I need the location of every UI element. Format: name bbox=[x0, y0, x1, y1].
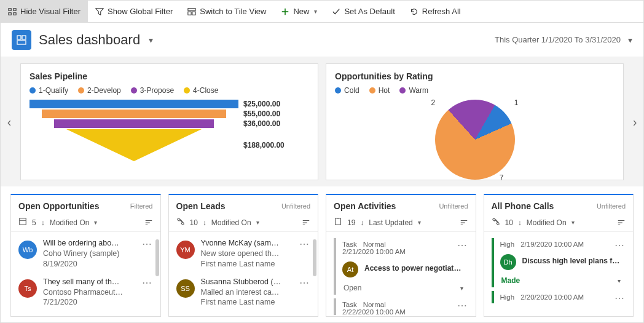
phone-icon[interactable] bbox=[492, 217, 500, 228]
hide-visual-filter-button[interactable]: Hide Visual Filter bbox=[1, 1, 88, 22]
record-count: 19 bbox=[347, 218, 355, 227]
opportunities-by-rating-panel[interactable]: Opportunities by Rating ColdHotWarm 1 7 … bbox=[326, 63, 624, 180]
view-options-icon[interactable] bbox=[302, 218, 310, 227]
funnel-stage[interactable]: $36,000.00 bbox=[29, 119, 309, 128]
all-phone-calls-card: All Phone Calls Unfiltered 10 ↓ Modified… bbox=[484, 194, 634, 317]
list-item[interactable]: Nancy Anderson (sa… bbox=[169, 311, 318, 315]
more-icon[interactable]: ⋯ bbox=[141, 238, 153, 250]
legend-label: 1-Qualify bbox=[39, 86, 68, 95]
prev-arrow[interactable]: ‹ bbox=[1, 115, 18, 129]
call-priority: High bbox=[500, 241, 515, 248]
more-icon[interactable]: ⋯ bbox=[141, 277, 153, 289]
set-as-default-button[interactable]: Set As Default bbox=[324, 1, 402, 22]
legend-item[interactable]: Hot bbox=[369, 86, 390, 95]
sales-pipeline-panel[interactable]: Sales Pipeline 1-Qualify2-Develop3-Propo… bbox=[20, 63, 318, 180]
stage-icon[interactable] bbox=[18, 217, 27, 228]
item-title: Yvonne McKay (sam… bbox=[201, 238, 293, 249]
funnel-stage[interactable]: $25,000.00 bbox=[29, 100, 309, 108]
legend-item[interactable]: 3-Propose bbox=[131, 86, 174, 95]
chevron-down-icon[interactable]: ▾ bbox=[618, 277, 621, 284]
sort-arrow-icon[interactable]: ↓ bbox=[41, 218, 45, 227]
item-subtitle: New store opened th… bbox=[201, 249, 293, 259]
card-body: ⋯ TaskNormal 2/21/2020 10:00 AM AtAccess… bbox=[326, 232, 476, 315]
legend-swatch bbox=[184, 87, 190, 94]
more-icon[interactable]: ⋯ bbox=[298, 238, 310, 250]
more-icon[interactable]: ⋯ bbox=[298, 277, 310, 289]
chevron-down-icon: ▾ bbox=[314, 8, 317, 15]
show-global-filter-button[interactable]: Show Global Filter bbox=[88, 1, 180, 22]
filter-state: Filtered bbox=[130, 202, 153, 210]
date-range-chevron-icon[interactable]: ▾ bbox=[628, 35, 632, 45]
legend-label: 3-Propose bbox=[140, 86, 174, 95]
legend: 1-Qualify2-Develop3-Propose4-Close bbox=[29, 86, 309, 95]
list-item[interactable]: WbWill be ordering abo…Coho Winery (samp… bbox=[11, 234, 160, 273]
phone-call-item[interactable]: ⋯ High2/20/2020 10:00 AM bbox=[492, 291, 626, 303]
item-date: 8/19/2020 bbox=[43, 259, 135, 269]
chevron-down-icon[interactable]: ▾ bbox=[460, 285, 463, 292]
more-icon[interactable]: ⋯ bbox=[457, 239, 467, 251]
legend-item[interactable]: Cold bbox=[335, 86, 359, 95]
item-date: 7/21/2020 bbox=[43, 297, 135, 308]
card-title: Open Activities bbox=[334, 201, 396, 211]
view-options-icon[interactable] bbox=[617, 218, 626, 227]
item-subtitle: Coho Winery (sample) bbox=[43, 249, 135, 259]
record-count: 5 bbox=[32, 218, 36, 227]
sort-arrow-icon[interactable]: ↓ bbox=[360, 218, 364, 227]
funnel-stage[interactable]: $55,000.00 bbox=[29, 110, 309, 118]
legend-label: 2-Develop bbox=[87, 86, 121, 95]
svg-marker-4 bbox=[96, 8, 103, 15]
list-item[interactable]: TsThey sell many of th…Contoso Pharmaceu… bbox=[11, 273, 160, 312]
sort-by-dropdown[interactable]: Last Updated ▾ bbox=[369, 218, 420, 227]
legend-item[interactable]: 2-Develop bbox=[78, 86, 121, 95]
switch-tile-view-button[interactable]: Switch to Tile View bbox=[180, 1, 273, 22]
list-item[interactable]: SSSusanna Stubberod (…Mailed an interest… bbox=[169, 273, 318, 312]
toolbar-label: Hide Visual Filter bbox=[20, 7, 80, 16]
legend: ColdHotWarm bbox=[335, 86, 615, 95]
record-count: 10 bbox=[505, 218, 513, 227]
clipboard-icon[interactable] bbox=[334, 217, 342, 228]
chevron-down-icon: ▾ bbox=[571, 219, 575, 226]
next-arrow[interactable]: › bbox=[626, 115, 643, 129]
activity-item[interactable]: ⋯ TaskNormal 2/22/2020 10:00 AM bbox=[334, 298, 468, 315]
activity-due: 2/21/2020 10:00 AM bbox=[342, 248, 465, 255]
sort-by-dropdown[interactable]: Modified On ▾ bbox=[50, 218, 98, 227]
scrollbar[interactable] bbox=[155, 239, 159, 276]
sort-arrow-icon[interactable]: ↓ bbox=[203, 218, 206, 227]
funnel-stage[interactable]: $188,000.00 bbox=[29, 129, 309, 161]
svg-rect-11 bbox=[22, 36, 26, 39]
phone-call-item[interactable]: ⋯ High2/19/2020 10:00 AM DhDiscuss high … bbox=[492, 238, 626, 287]
more-icon[interactable]: ⋯ bbox=[457, 300, 467, 311]
toolbar-label: New bbox=[293, 7, 309, 16]
list-item[interactable]: Very likely will order … bbox=[11, 311, 160, 315]
new-button[interactable]: New ▾ bbox=[273, 1, 324, 22]
filter-state: Unfiltered bbox=[439, 202, 468, 210]
activity-item[interactable]: ⋯ TaskNormal 2/21/2020 10:00 AM AtAccess… bbox=[334, 238, 468, 295]
header: Sales dashboard ▾ This Quarter 1/1/2020 … bbox=[1, 23, 643, 57]
svg-rect-6 bbox=[188, 12, 191, 15]
more-icon[interactable]: ⋯ bbox=[615, 292, 624, 304]
refresh-all-button[interactable]: Refresh All bbox=[402, 1, 468, 22]
view-options-icon[interactable] bbox=[460, 218, 468, 227]
legend-item[interactable]: 4-Close bbox=[184, 86, 218, 95]
item-title: Susanna Stubberod (… bbox=[201, 277, 293, 287]
legend-item[interactable]: Warm bbox=[399, 86, 428, 95]
avatar: Wb bbox=[18, 241, 37, 259]
activity-type: Task bbox=[342, 241, 357, 248]
more-icon[interactable]: ⋯ bbox=[615, 239, 624, 251]
legend-swatch bbox=[369, 87, 375, 94]
title-chevron-icon[interactable]: ▾ bbox=[149, 35, 153, 45]
list-item[interactable]: YMYvonne McKay (sam…New store opened th…… bbox=[169, 234, 318, 273]
view-options-icon[interactable] bbox=[144, 218, 153, 227]
svg-rect-7 bbox=[192, 12, 195, 15]
sort-by-dropdown[interactable]: Modified On ▾ bbox=[211, 218, 259, 227]
legend-item[interactable]: 1-Qualify bbox=[29, 86, 68, 95]
sort-by-dropdown[interactable]: Modified On ▾ bbox=[527, 218, 575, 227]
sort-label: Modified On bbox=[211, 218, 251, 227]
refresh-icon bbox=[410, 7, 418, 16]
phone-icon[interactable] bbox=[176, 217, 185, 228]
activity-due: 2/22/2020 10:00 AM bbox=[342, 308, 465, 315]
funnel-value: $25,000.00 bbox=[243, 100, 280, 108]
legend-swatch bbox=[131, 87, 137, 94]
sort-arrow-icon[interactable]: ↓ bbox=[518, 218, 522, 227]
scrollbar[interactable] bbox=[313, 239, 316, 276]
